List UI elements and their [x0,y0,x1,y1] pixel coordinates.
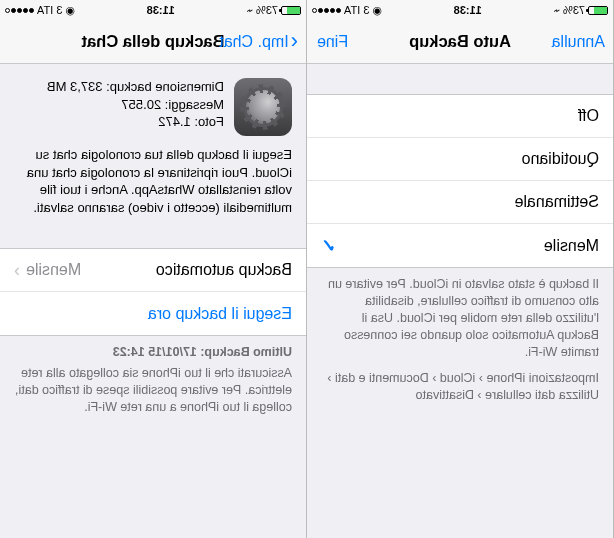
status-bar: 73% ⌁ 11:38 ◉ 3 ITA [0,0,306,20]
page-title: Auto Backup [409,32,511,51]
backup-stats: Dimensione backup: 337,3 MB Messaggi: 20… [47,78,224,136]
status-time: 11:38 [147,4,175,16]
cancel-button[interactable]: Annulla [552,33,605,51]
back-label: Imp. Chat [219,33,288,51]
auto-backup-value: Mensile [26,261,81,279]
checkmark-icon: ✓ [321,235,336,257]
bluetooth-icon: ⌁ [553,4,560,17]
frequency-options: Off Quotidiano Settimanale Mensile ✓ [307,94,613,268]
wifi-icon: ◉ [65,4,75,17]
status-time: 11:38 [454,4,482,16]
back-button[interactable]: ‹ Imp. Chat [219,32,298,52]
carrier-label: 3 ITA [344,4,369,16]
backup-description: Esegui il backup della tua cronologia ch… [0,146,306,230]
options-footer: Il backup è stato salvato in iCloud. Per… [307,268,613,418]
last-backup-footer: Ultimo Backup: 17/01/15 14:23 Assicurati… [0,336,306,430]
page-title: Backup della Chat [81,32,224,51]
option-weekly[interactable]: Settimanale [307,181,613,224]
option-monthly[interactable]: Mensile ✓ [307,224,613,267]
nav-bar: Annulla Auto Backup Fine [307,20,613,64]
status-bar: 73% ⌁ 11:38 ◉ 3 ITA [307,0,613,20]
signal-icon [5,8,34,13]
signal-icon [312,8,341,13]
battery-icon [281,6,301,15]
option-daily[interactable]: Quotidiano [307,138,613,181]
last-backup-title: Ultimo Backup: 17/01/15 14:23 [113,345,292,359]
done-button[interactable]: Fine [317,33,348,51]
carrier-label: 3 ITA [37,4,62,16]
battery-percent: 73% [563,4,585,16]
chevron-left-icon: ‹ [291,30,298,52]
chevron-right-icon: › [14,260,20,281]
settings-app-icon [234,78,292,136]
bluetooth-icon: ⌁ [246,4,253,17]
last-backup-desc: Assicurati che il tuo iPhone sia collega… [14,365,292,416]
wifi-icon: ◉ [372,4,382,17]
battery-percent: 73% [256,4,278,16]
battery-icon [588,6,608,15]
run-backup-now-button[interactable]: Esegui il backup ora [0,292,306,335]
screen-backup-chat: 73% ⌁ 11:38 ◉ 3 ITA ‹ Imp. Chat Backup d… [0,0,307,538]
screen-auto-backup: 73% ⌁ 11:38 ◉ 3 ITA Annulla Auto Backup … [307,0,614,538]
nav-bar: ‹ Imp. Chat Backup della Chat [0,20,306,64]
option-off[interactable]: Off [307,95,613,138]
auto-backup-row[interactable]: Backup automatico Mensile › [0,249,306,292]
auto-backup-label: Backup automatico [156,261,292,279]
